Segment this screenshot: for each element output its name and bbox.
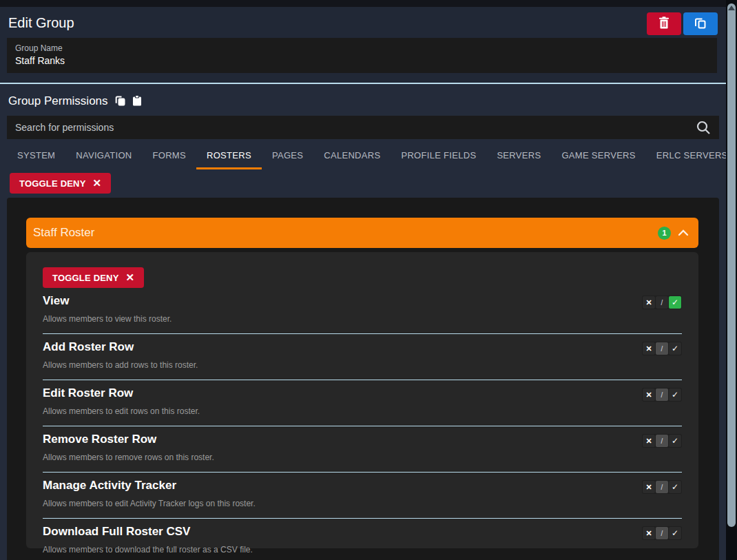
tab-navigation[interactable]: NAVIGATION [65, 143, 142, 169]
allow-icon[interactable]: ✓ [669, 342, 681, 355]
scroll-up-icon[interactable] [728, 6, 735, 10]
allow-icon[interactable]: ✓ [669, 435, 681, 447]
roster-accordion-title: Staff Roster [33, 226, 94, 240]
deny-icon[interactable]: ✕ [643, 481, 655, 493]
allow-icon[interactable]: ✓ [669, 388, 681, 401]
copy-icon [115, 95, 125, 108]
permission-description: Allows members to add rows to this roste… [43, 360, 682, 370]
scrollbar-thumb[interactable] [727, 3, 736, 527]
allow-icon[interactable]: ✓ [669, 527, 681, 539]
tab-system[interactable]: SYSTEM [7, 143, 65, 169]
deny-icon[interactable]: ✕ [643, 296, 655, 309]
allow-icon[interactable]: ✓ [669, 481, 681, 493]
permission-title: Edit Roster Row [43, 386, 682, 400]
deny-icon[interactable]: ✕ [643, 342, 655, 355]
permission-description: Allows members to download the full rost… [43, 545, 682, 554]
deny-icon[interactable]: ✕ [643, 527, 655, 539]
neutral-icon[interactable]: / [656, 481, 668, 493]
close-icon: ✕ [93, 177, 102, 189]
permissions-heading: Group Permissions [8, 94, 108, 108]
group-name-value: Staff Ranks [15, 55, 709, 66]
search-input[interactable] [7, 116, 719, 139]
permission-title: Manage Activity Tracker [43, 479, 682, 492]
permission-toggle: ✕ / ✓ [642, 434, 682, 448]
permission-category-tabs: SYSTEM NAVIGATION FORMS ROSTERS PAGES CA… [7, 143, 719, 169]
tab-forms[interactable]: FORMS [143, 143, 196, 169]
toggle-deny-all-button[interactable]: TOGGLE DENY ✕ [10, 173, 111, 194]
neutral-icon[interactable]: / [656, 296, 668, 309]
copy-group-button[interactable] [683, 12, 718, 35]
permission-description: Allows members to edit Activity Tracker … [43, 499, 682, 508]
toggle-deny-roster-button[interactable]: TOGGLE DENY ✕ [43, 267, 144, 288]
page-title: Edit Group [8, 15, 74, 31]
chevron-up-icon [678, 229, 689, 236]
permission-toggle: ✕ / ✓ [642, 480, 682, 494]
delete-group-button[interactable] [647, 12, 681, 35]
permission-row-remove-roster-row: Remove Roster Row Allows members to remo… [43, 426, 682, 473]
tab-servers[interactable]: SERVERS [486, 143, 551, 169]
tab-pages[interactable]: PAGES [262, 143, 313, 169]
permission-title: Remove Roster Row [43, 433, 682, 446]
roster-accordion-header[interactable]: Staff Roster 1 [26, 218, 698, 248]
top-strip [0, 0, 737, 7]
tab-erlc-servers[interactable]: ERLC SERVERS [646, 143, 737, 169]
permission-title: Download Full Roster CSV [43, 525, 682, 539]
permission-description: Allows members to view this roster. [43, 314, 682, 324]
search-icon [696, 120, 711, 138]
tab-game-servers[interactable]: GAME SERVERS [551, 143, 645, 169]
paste-permissions-button[interactable] [132, 95, 142, 108]
paste-icon [132, 95, 142, 108]
neutral-icon[interactable]: / [656, 527, 668, 539]
permission-toggle: ✕ / ✓ [642, 388, 682, 402]
copy-icon [694, 17, 707, 31]
permission-description: Allows members to remove rows on this ro… [43, 453, 682, 462]
allow-icon[interactable]: ✓ [669, 296, 681, 309]
group-name-field[interactable]: Group Name Staff Ranks [7, 38, 717, 73]
section-divider [0, 83, 726, 84]
close-icon: ✕ [126, 271, 135, 284]
page-scrollbar[interactable] [726, 0, 737, 560]
permission-toggle: ✕ / ✓ [642, 295, 682, 309]
permission-row-view: View Allows members to view this roster.… [43, 288, 682, 334]
roster-accordion-content: View Allows members to view this roster.… [26, 252, 698, 548]
permission-row-manage-activity-tracker: Manage Activity Tracker Allows members t… [43, 473, 682, 519]
permission-title: View [43, 294, 682, 308]
tab-rosters[interactable]: ROSTERS [196, 143, 262, 169]
permission-title: Add Roster Row [43, 340, 682, 354]
permission-toggle: ✕ / ✓ [642, 342, 682, 355]
tab-calendars[interactable]: CALENDARS [313, 143, 391, 169]
neutral-icon[interactable]: / [656, 388, 668, 401]
permission-row-edit-roster-row: Edit Roster Row Allows members to edit r… [43, 380, 682, 426]
copy-permissions-button[interactable] [115, 95, 125, 108]
permission-count-badge: 1 [658, 227, 671, 240]
tab-profile-fields[interactable]: PROFILE FIELDS [391, 143, 486, 169]
deny-icon[interactable]: ✕ [643, 388, 655, 401]
toggle-deny-label: TOGGLE DENY [52, 273, 119, 283]
neutral-icon[interactable]: / [656, 435, 668, 447]
permission-toggle: ✕ / ✓ [642, 526, 682, 540]
toggle-deny-label: TOGGLE DENY [19, 178, 86, 189]
permission-row-add-roster-row: Add Roster Row Allows members to add row… [43, 334, 682, 380]
permissions-search [7, 116, 719, 139]
trash-icon [658, 17, 669, 31]
neutral-icon[interactable]: / [656, 342, 668, 355]
deny-icon[interactable]: ✕ [643, 435, 655, 447]
group-name-label: Group Name [15, 43, 709, 53]
permission-row-download-full-roster-csv: Download Full Roster CSV Allows members … [43, 519, 682, 560]
permission-description: Allows members to edit rows on this rost… [43, 406, 682, 416]
